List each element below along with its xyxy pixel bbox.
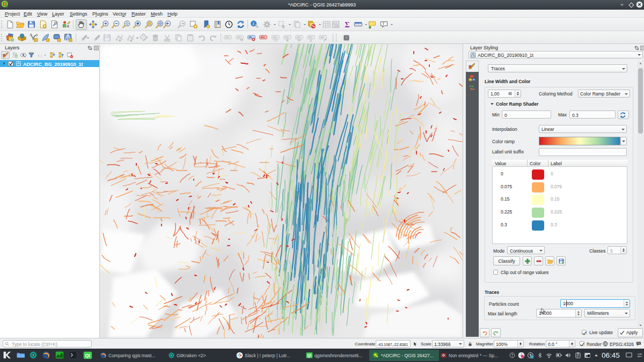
svg-text:abc: abc (237, 35, 241, 39)
svg-text:abc: abc (225, 35, 230, 39)
svg-text:Qt: Qt (85, 353, 90, 358)
svg-text:?: ? (345, 36, 347, 40)
svg-text:abc: abc (284, 35, 289, 39)
svg-text:Qt: Qt (308, 353, 312, 358)
svg-text:abc: abc (296, 35, 301, 39)
svg-text:ab: ab (248, 35, 252, 39)
svg-text:abc: abc (320, 35, 325, 39)
svg-text:abc: abc (308, 35, 313, 39)
svg-text:abc: abc (260, 35, 265, 39)
svg-text:Σ: Σ (345, 21, 349, 29)
svg-text:abc: abc (273, 35, 277, 39)
svg-text:T: T (383, 22, 385, 26)
svg-text:ε: ε (38, 53, 40, 58)
